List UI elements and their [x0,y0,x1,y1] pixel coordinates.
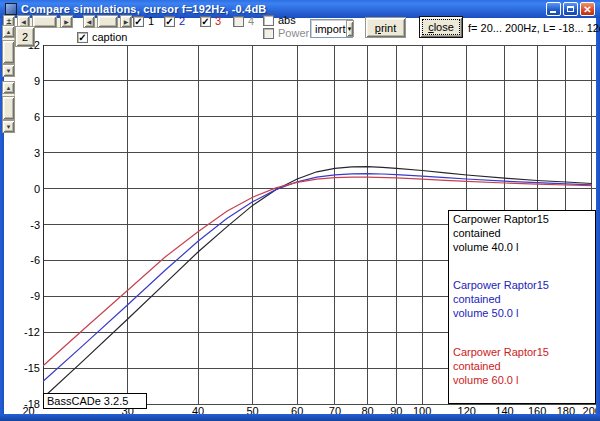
y-tick-label: 0 [34,183,40,195]
y-zoom-scrollbar-thumb[interactable] [2,96,15,120]
curve4-checkbox[interactable] [233,16,244,27]
curve3-checkbox[interactable]: ✓ [200,16,211,27]
curve2-label: 2 [179,15,185,27]
import-combobox-value: import [311,23,346,35]
window-close-button[interactable]: ✕ [580,2,595,16]
abs-checkbox[interactable] [263,15,274,26]
minimize-button[interactable] [546,2,561,16]
scroll-down-icon[interactable]: ▼ [2,120,15,133]
curve4-label: 4 [248,15,254,27]
caption-checkbox[interactable]: ✓ [77,32,88,43]
y-tick-label: -6 [30,254,40,266]
legend-entry-40l: Carpower Raptor15 contained volume 40.0 … [453,212,549,254]
close-button[interactable]: close [419,16,463,38]
x-scrollbar-thumb[interactable] [32,15,57,28]
watermark-text: BassCADe 3.2.5 [47,395,128,407]
legend-line: contained [453,359,549,373]
window-title: Compare simulations, cursor f=192Hz, -0.… [21,3,266,15]
y-scrollbar-thumb[interactable] [2,40,15,64]
y-tick-label: -9 [30,290,40,302]
curve3-label: 3 [215,15,221,27]
legend-line: Carpower Raptor15 [453,212,549,226]
y-tick-label: -12 [24,326,40,338]
scroll-down-icon[interactable]: ▼ [2,64,15,77]
power-label: Power [278,27,309,39]
axis-range-label: f= 20... 200Hz, L= -18... 12dB [468,22,600,34]
maximize-button[interactable] [563,2,578,16]
close-icon: ✕ [581,3,594,15]
y-tick-label: -3 [30,219,40,231]
curve2-checkbox[interactable]: ✓ [164,16,175,27]
legend-line: Carpower Raptor15 [453,345,549,359]
legend-line: volume 60.0 l [453,373,549,387]
legend-line: volume 40.0 l [453,240,549,254]
app-icon [5,3,17,15]
print-button[interactable]: print [365,17,406,38]
legend-entry-60l: Carpower Raptor15 contained volume 60.0 … [453,345,549,387]
maximize-icon [567,6,574,12]
client-area: 129630-3-6-9-12-15-182030405060708090100… [0,0,600,421]
caption-label: caption [92,31,127,43]
window-border [596,0,600,421]
compare-simulations-window: { "window": { "title": "Compare simulati… [0,0,600,421]
minimize-icon [550,11,556,13]
scroll-up-icon[interactable]: ▲ [2,25,15,38]
scroll-right-icon[interactable]: ▶ [60,15,73,28]
import-combobox[interactable]: import ▼ [310,19,353,38]
window-border [0,414,600,421]
curve1-label: 1 [148,15,154,27]
scroll-up-icon[interactable]: ▲ [2,81,15,94]
legend-line: contained [453,292,549,306]
chevron-down-icon[interactable]: ▼ [346,20,354,37]
zoom-2x-button[interactable]: 2 [15,26,35,47]
curve1-checkbox[interactable]: ✓ [133,16,144,27]
power-checkbox[interactable] [263,28,274,39]
y-tick-label: 9 [34,75,40,87]
y-tick-label: 6 [34,111,40,123]
chart-caption-box: BassCADe 3.2.5 [43,393,147,409]
y-tick-label: -15 [24,362,40,374]
scroll-right-icon[interactable]: ▶ [120,15,132,28]
chart-legend: Carpower Raptor15 contained volume 40.0 … [448,210,596,404]
abs-label: abs [278,14,296,26]
legend-line: volume 50.0 l [453,306,549,320]
scroll-left-icon[interactable]: ◀ [83,15,95,28]
legend-line: contained [453,226,549,240]
x-zoom-scrollbar-thumb[interactable] [97,15,118,28]
legend-line: Carpower Raptor15 [453,278,549,292]
legend-entry-50l: Carpower Raptor15 contained volume 50.0 … [453,278,549,320]
y-tick-label: 3 [34,147,40,159]
